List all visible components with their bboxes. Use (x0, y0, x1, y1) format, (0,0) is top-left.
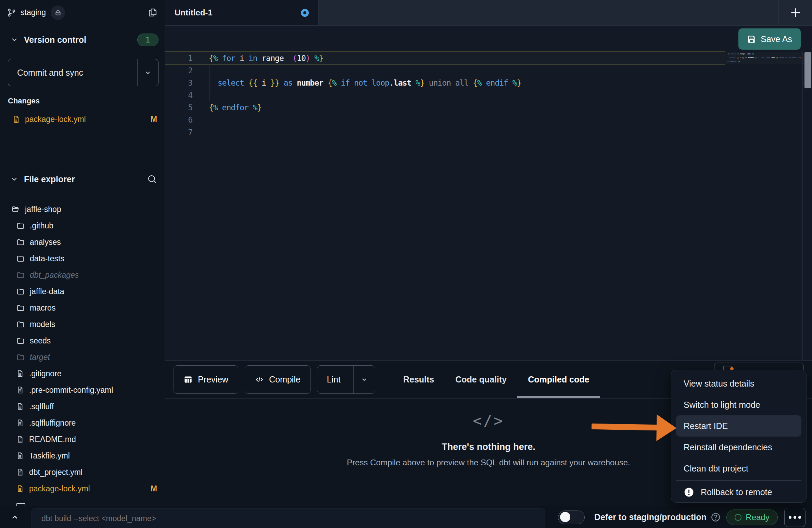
status-context-menu: View status detailsSwitch to light modeR… (671, 370, 807, 503)
editor-tabbar: Untitled-1 (165, 0, 812, 26)
file-tree-row[interactable]: .sqlfluffignore (0, 415, 165, 431)
file-tree-row[interactable]: dbt_project.yml (0, 464, 165, 480)
commit-and-sync-button[interactable]: Commit and sync (8, 59, 158, 86)
code-slash-icon (255, 375, 264, 384)
changes-count-badge: 1 (137, 34, 158, 46)
file-icon (16, 436, 24, 443)
file-tree-row[interactable]: Taskfile.yml (0, 448, 165, 464)
code-line-6[interactable]: 6 (165, 114, 812, 126)
file-icon (16, 468, 24, 476)
code-line-2[interactable]: 2 (165, 64, 812, 77)
file-tree-row[interactable]: models (0, 316, 165, 332)
folder-icon (16, 222, 25, 230)
preview-button[interactable]: Preview (174, 365, 238, 394)
chevron-down-icon (10, 36, 18, 44)
file-tree-row[interactable]: .github (0, 217, 165, 234)
minimap[interactable]: {% for i in range (10) %} select {{ i }}… (727, 52, 802, 63)
menu-divider (676, 480, 801, 481)
lint-options-chevron[interactable] (353, 366, 375, 393)
file-icon (16, 452, 24, 460)
folder-icon (11, 205, 20, 213)
defer-label: Defer to staging/production (594, 506, 707, 528)
panel-tab-results[interactable]: Results (403, 361, 434, 398)
file-tree-row[interactable]: jaffle-shop (0, 201, 165, 217)
line-number: 6 (165, 114, 209, 126)
save-as-button[interactable]: Save As (738, 28, 801, 50)
command-input[interactable] (32, 514, 545, 524)
modified-badge: M (151, 484, 157, 493)
table-icon (183, 375, 193, 384)
file-tree-row[interactable]: .sqlfluff (0, 398, 165, 415)
search-icon[interactable] (147, 174, 157, 184)
folder-icon (16, 320, 25, 328)
panel-tab-code-quality[interactable]: Code quality (455, 361, 507, 398)
file-tree-row[interactable]: analyses (0, 234, 165, 250)
file-tree-row[interactable]: macros (0, 300, 165, 316)
menu-item-rollback-to-remote[interactable]: Rollback to remote (676, 481, 801, 503)
code-area[interactable]: 1{% for i in range (10) %}23 select {{ i… (165, 52, 812, 138)
copy-icon[interactable] (147, 7, 158, 18)
menu-item-switch-to-light-mode[interactable]: Switch to light mode (676, 394, 801, 415)
menu-item-clean-dbt-project[interactable]: Clean dbt project (676, 458, 801, 479)
file-tree-row[interactable]: .pre-commit-config.yaml (0, 382, 165, 398)
folder-icon (16, 287, 25, 296)
minimap-line: {% endfor %} (727, 60, 802, 63)
menu-item-view-status-details[interactable]: View status details (676, 373, 801, 394)
file-tree-row[interactable]: dbt_packages (0, 267, 165, 283)
file-tree-row[interactable]: README.md (0, 431, 165, 448)
unsaved-dot-icon (301, 9, 309, 17)
editor-scrollbar[interactable] (804, 52, 811, 88)
line-number: 1 (165, 52, 209, 64)
status-badge[interactable]: Ready (726, 510, 778, 525)
file-tree-row[interactable]: .gitignore (0, 365, 165, 382)
minimap-line: select {{ i }} as number {% if not loop.… (727, 56, 802, 60)
menu-item-reinstall-dependencies[interactable]: Reinstall dependencies (676, 437, 801, 458)
file-tree-row[interactable]: target (0, 349, 165, 365)
lint-button[interactable]: Lint (317, 365, 375, 394)
overflow-menu-button[interactable] (784, 508, 805, 527)
file-explorer-header[interactable]: File explorer (0, 164, 165, 191)
minimap-line: {% for i in range (10) %} (727, 52, 802, 56)
defer-toggle[interactable] (558, 511, 585, 524)
file-tree: jaffle-shop .github analyses data-tests … (0, 191, 165, 497)
code-line-3[interactable]: 3 select {{ i }} as number {% if not loo… (165, 77, 812, 89)
line-number: 2 (165, 64, 209, 77)
file-tree-row[interactable]: package-lock.yml M (0, 480, 165, 497)
commit-options-chevron[interactable] (137, 59, 158, 86)
compile-button[interactable]: Compile (245, 365, 310, 394)
sidebar: staging Version control 1 C (0, 0, 165, 506)
new-tab-button[interactable] (779, 0, 812, 25)
file-icon (12, 115, 20, 123)
modified-badge: M (151, 115, 157, 124)
exclamation-circle-icon (684, 487, 694, 498)
code-line-5[interactable]: 5{% endfor %} (165, 101, 812, 114)
code-line-1[interactable]: 1{% for i in range (10) %} (165, 52, 812, 64)
file-tree-row[interactable]: data-tests (0, 250, 165, 267)
file-icon (16, 403, 24, 410)
panel-tabs: ResultsCode qualityCompiled code (403, 361, 611, 398)
file-tree-row[interactable]: seeds (0, 332, 165, 349)
code-editor[interactable]: Save As 1{% for i in range (10) %}23 sel… (165, 26, 812, 360)
folder-icon (16, 337, 25, 345)
file-tree-row[interactable]: jaffle-data (0, 283, 165, 300)
lock-icon (54, 9, 62, 16)
help-icon[interactable] (711, 512, 721, 522)
line-number: 3 (165, 77, 209, 89)
panel-tab-compiled-code[interactable]: Compiled code (528, 361, 589, 398)
changes-label: Changes (8, 97, 40, 105)
tab-untitled-1[interactable]: Untitled-1 (165, 0, 319, 25)
command-input-box[interactable] (31, 508, 545, 528)
folder-icon (16, 304, 25, 312)
file-explorer-section: File explorer jaffle-shop .github analys… (0, 164, 165, 506)
code-line-7[interactable]: 7 (165, 126, 812, 138)
line-number: 4 (165, 89, 209, 101)
chevron-up-icon[interactable] (10, 512, 20, 522)
code-line-4[interactable]: 4 (165, 89, 812, 101)
version-control-header[interactable]: Version control 1 (0, 32, 165, 48)
partial-file-icon (16, 503, 25, 506)
sidebar-header: staging (0, 0, 165, 25)
menu-item-restart-ide[interactable]: Restart IDE (676, 415, 801, 437)
branch-name[interactable]: staging (21, 8, 46, 17)
changed-file-row[interactable]: package-lock.yml M (0, 112, 165, 127)
version-control-title: Version control (24, 35, 86, 45)
